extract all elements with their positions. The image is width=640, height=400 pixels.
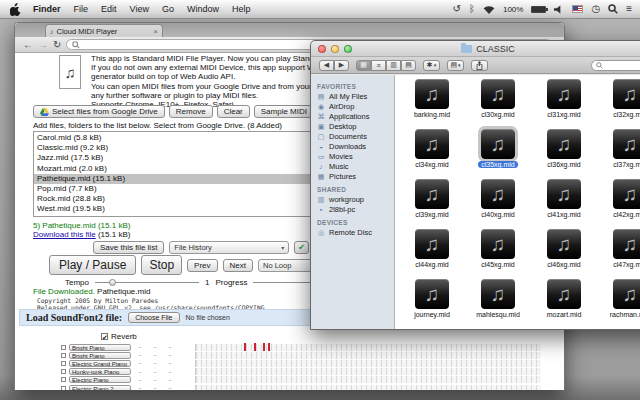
sidebar-item[interactable]: DEVICES [317, 218, 394, 228]
sidebar-item[interactable]: ▣ Desktop [317, 122, 394, 132]
reverb-checkbox[interactable]: ✔ [101, 333, 108, 340]
menu-item[interactable]: Go [162, 4, 174, 14]
sidebar-item[interactable]: ♪ Music [317, 162, 394, 172]
sidebar-item[interactable]: ⌘ Applications [317, 112, 394, 122]
file-item[interactable]: ♫ mozart.mid [531, 279, 597, 329]
forward-icon[interactable]: → [38, 40, 48, 50]
prev-button[interactable]: Prev [187, 259, 217, 272]
notification-center-icon[interactable]: ≡ [626, 4, 632, 14]
time-machine-icon[interactable]: ↺ [453, 4, 461, 14]
confirm-button[interactable]: ✔ [294, 241, 309, 254]
menu-item[interactable]: Window [187, 4, 219, 14]
pan-mini-select[interactable]: – [164, 369, 176, 375]
file-item[interactable]: ♫ barking.mid [399, 79, 465, 129]
remove-button[interactable]: Remove [169, 105, 213, 118]
sidebar-item[interactable]: ▭ Movies [317, 152, 394, 162]
sidebar-item[interactable]: ▪ 2l8bl-pc [317, 205, 394, 215]
channel-mini-select[interactable]: – [134, 369, 146, 375]
instrument-select[interactable]: Electric Piano [69, 376, 131, 383]
volume-mini-select[interactable]: – [149, 377, 161, 383]
instrument-select[interactable]: Electric Grand Piano [69, 360, 131, 367]
forward-button[interactable]: ▶ [334, 60, 349, 71]
instrument-checkbox[interactable] [61, 353, 66, 358]
channel-mini-select[interactable]: – [134, 385, 146, 390]
sidebar-item[interactable]: SHARED [317, 185, 394, 195]
file-item[interactable]: ♫ cl32xg.mid [597, 79, 640, 129]
volume-mini-select[interactable]: – [149, 344, 161, 350]
sidebar-item[interactable]: FAVORITES [317, 82, 394, 92]
file-item[interactable]: ♫ cl31xg.mid [531, 79, 597, 129]
tempo-slider[interactable] [95, 279, 199, 286]
finder-titlebar[interactable]: CLASSIC [311, 41, 640, 57]
tab-close-icon[interactable]: × [153, 27, 158, 36]
pan-mini-select[interactable]: – [164, 360, 176, 366]
pan-mini-select[interactable]: – [164, 385, 176, 390]
stop-button[interactable]: Stop [141, 255, 182, 275]
wifi-icon[interactable] [483, 5, 495, 14]
google-drive-button[interactable]: Select files from Google Drive [33, 105, 165, 118]
download-link[interactable]: Download this file [33, 230, 96, 239]
menu-item[interactable]: File [74, 4, 89, 14]
volume-mini-select[interactable]: – [149, 385, 161, 390]
file-item[interactable]: ♫ cl42xg.mid [597, 179, 640, 229]
back-icon[interactable]: ← [23, 40, 33, 50]
next-button[interactable]: Next [223, 259, 253, 272]
file-item[interactable]: ♫ cl46xg.mid [531, 229, 597, 279]
soundfont-choose-file-button[interactable]: Choose File [128, 312, 179, 323]
file-item[interactable]: ♫ cl30xg.mid [465, 79, 531, 129]
sidebar-item[interactable]: ◎ Remote Disc [317, 228, 394, 238]
file-item[interactable]: ♫ cl44xg.mid [399, 229, 465, 279]
close-window-button[interactable] [318, 45, 326, 53]
instrument-checkbox[interactable] [61, 361, 66, 366]
spotlight-icon[interactable] [608, 4, 618, 14]
sidebar-item[interactable]: ▤ All My Files [317, 92, 394, 102]
clear-button[interactable]: Clear [217, 105, 250, 118]
menu-item[interactable]: Finder [33, 4, 61, 14]
volume-icon[interactable] [554, 5, 564, 14]
sidebar-item[interactable]: ▥ workgroup [317, 195, 394, 205]
volume-mini-select[interactable]: – [149, 369, 161, 375]
sidebar-item[interactable]: ◉ AirDrop [317, 102, 394, 112]
file-item[interactable]: ♫ journey.mid [399, 279, 465, 329]
back-button[interactable]: ◀ [319, 60, 334, 71]
play-pause-button[interactable]: Play / Pause [49, 255, 136, 275]
file-item[interactable]: ♫ rachman.mid [597, 279, 640, 329]
icon-view-button[interactable]: ▦ [356, 60, 371, 71]
instrument-checkbox[interactable] [61, 386, 66, 390]
pan-mini-select[interactable]: – [164, 352, 176, 358]
arrange-button[interactable]: ▤ ▾ [447, 60, 464, 71]
share-button[interactable] [471, 60, 488, 71]
volume-mini-select[interactable]: – [149, 352, 161, 358]
battery-icon[interactable] [531, 6, 546, 13]
save-file-list-button[interactable]: Save this file list [93, 241, 164, 254]
file-item[interactable]: ♫ cl45xg.mid [465, 229, 531, 279]
column-view-button[interactable]: ▥ [386, 60, 401, 71]
file-item[interactable]: ♫ cl36xg.mid [531, 129, 597, 179]
sample-midi-button[interactable]: Sample MIDI [254, 105, 314, 118]
menu-item[interactable]: Edit [101, 4, 117, 14]
file-item[interactable]: ♫ cl34xg.mid [399, 129, 465, 179]
instrument-select[interactable]: Bright Piano [69, 352, 131, 359]
input-language-flag-icon[interactable] [572, 5, 583, 13]
reload-icon[interactable]: ↻ [53, 40, 61, 50]
coverflow-view-button[interactable]: ▤ [401, 60, 416, 71]
file-item[interactable]: ♫ cl37xg.mid [597, 129, 640, 179]
channel-mini-select[interactable]: – [134, 360, 146, 366]
instrument-select[interactable]: Honky-tonk Piano [69, 368, 131, 375]
instrument-checkbox[interactable] [61, 377, 66, 382]
file-item[interactable]: ♫ cl47xg.mid [597, 229, 640, 279]
minimize-window-button[interactable] [331, 45, 339, 53]
channel-mini-select[interactable]: – [134, 377, 146, 383]
instrument-checkbox[interactable] [61, 369, 66, 374]
pan-mini-select[interactable]: – [164, 377, 176, 383]
menu-item[interactable]: Help [232, 4, 251, 14]
instrument-checkbox[interactable] [61, 345, 66, 350]
file-item[interactable]: ♫ mahlesqu.mid [465, 279, 531, 329]
volume-mini-select[interactable]: – [149, 360, 161, 366]
clock-icon[interactable]: ◷ [591, 4, 600, 14]
file-item[interactable]: ♫ cl39xg.mid [399, 179, 465, 229]
file-item[interactable]: ♫ cl41xg.mid [531, 179, 597, 229]
action-gear-button[interactable]: ✱ ▾ [423, 60, 440, 71]
browser-tab[interactable]: ♪ Cloud MIDI Player × [45, 24, 163, 37]
apple-menu[interactable] [10, 3, 21, 16]
